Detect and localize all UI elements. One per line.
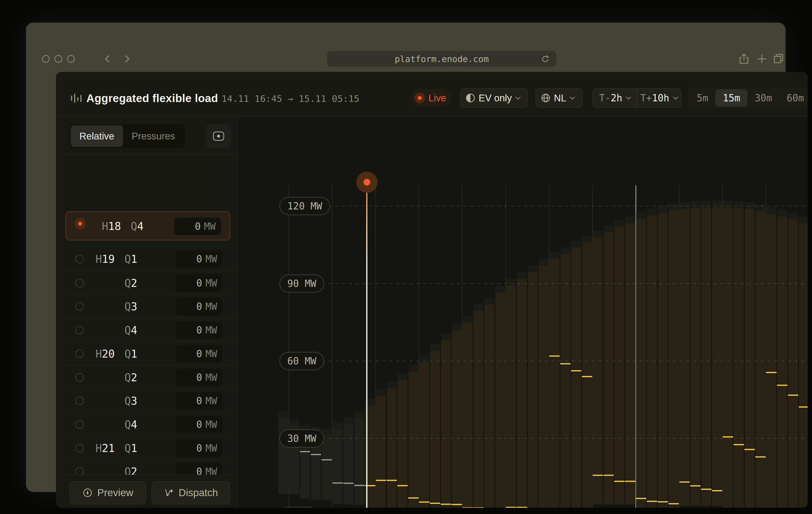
slot-row[interactable]: H21Q10MW <box>60 436 237 459</box>
traffic-light-zoom-button[interactable] <box>67 55 75 63</box>
slot-value-field[interactable]: 0MW <box>176 321 223 339</box>
horizon-future-dropdown[interactable]: T+10h <box>637 89 681 107</box>
radio-unselected-icon[interactable] <box>75 279 84 287</box>
radio-unselected-icon[interactable] <box>75 444 84 453</box>
load-bar-00:45[interactable] <box>625 223 635 504</box>
load-bar-21:00[interactable] <box>463 322 472 508</box>
radio-unselected-icon[interactable] <box>75 326 84 335</box>
radio-unselected-icon[interactable] <box>75 302 84 311</box>
load-bar-20:00[interactable] <box>419 362 429 508</box>
load-bar-21:30[interactable] <box>485 304 494 508</box>
slot-value-field[interactable]: 0MW <box>176 392 223 409</box>
slot-row[interactable]: Q20MW <box>60 365 237 389</box>
load-bar-04:15[interactable] <box>777 217 787 508</box>
interval-option-60m[interactable]: 60m <box>779 89 808 107</box>
load-bar-00:00[interactable] <box>593 237 603 504</box>
load-bar-19:15[interactable] <box>387 388 397 508</box>
back-button[interactable] <box>103 54 112 64</box>
slot-row[interactable]: H20Q10MW <box>60 341 237 365</box>
radio-unselected-icon[interactable] <box>75 373 84 382</box>
load-bar-01:00[interactable] <box>636 219 646 508</box>
forward-button[interactable] <box>122 54 132 64</box>
visibility-toggle-button[interactable] <box>206 124 231 148</box>
load-bar-00:15[interactable] <box>604 232 614 504</box>
load-bar-00:30[interactable] <box>614 227 624 504</box>
load-bar-17:45[interactable] <box>322 435 332 500</box>
dispatch-button[interactable]: Dispatch <box>151 481 230 504</box>
load-bar-20:45[interactable] <box>452 330 462 508</box>
slot-value-field[interactable]: 0MW <box>176 439 223 457</box>
region-filter-dropdown[interactable]: NL <box>535 88 583 108</box>
load-bar-22:15[interactable] <box>517 279 527 508</box>
load-bar-23:00[interactable] <box>550 259 559 508</box>
load-bar-22:00[interactable] <box>506 285 516 508</box>
load-bar-02:00[interactable] <box>679 209 690 506</box>
load-bar-19:30[interactable] <box>398 380 407 508</box>
load-bar-23:15[interactable] <box>560 254 570 508</box>
load-bar-19:00[interactable] <box>376 396 386 508</box>
load-bar-19:45[interactable] <box>408 371 418 508</box>
load-bar-18:15[interactable] <box>344 424 353 504</box>
load-bar-18:30[interactable] <box>354 419 364 505</box>
horizon-past-dropdown[interactable]: T-2h <box>593 89 637 107</box>
url-bar[interactable]: platform.enode.com <box>327 51 556 67</box>
traffic-light-close-button[interactable] <box>42 55 50 63</box>
load-bar-02:45[interactable] <box>712 207 722 506</box>
slot-row[interactable]: Q40MW <box>60 318 237 341</box>
load-bar-02:30[interactable] <box>701 207 711 506</box>
load-bar-01:30[interactable] <box>658 212 668 508</box>
slot-row-selected[interactable]: H18Q40MW <box>66 211 230 240</box>
slot-row[interactable]: Q30MW <box>60 294 237 318</box>
load-bar-04:30[interactable] <box>788 219 798 508</box>
preview-button[interactable]: Preview <box>69 481 146 504</box>
traffic-light-minimize-button[interactable] <box>55 55 62 63</box>
new-tab-button[interactable] <box>756 53 767 65</box>
load-bar-18:00[interactable] <box>333 429 343 504</box>
slot-value-field[interactable]: 0MW <box>176 369 223 386</box>
load-bar-02:15[interactable] <box>690 208 700 506</box>
interval-option-15m[interactable]: 15m <box>716 89 747 107</box>
fleet-filter-dropdown[interactable]: EV only <box>460 88 528 108</box>
load-bar-22:45[interactable] <box>539 265 549 508</box>
slot-value-field[interactable]: 0MW <box>176 416 223 433</box>
radio-unselected-icon[interactable] <box>75 467 84 475</box>
slot-row[interactable]: H19Q10MW <box>60 247 237 271</box>
load-bar-03:30[interactable] <box>745 209 755 508</box>
load-bar-23:45[interactable] <box>582 242 592 508</box>
radio-unselected-icon[interactable] <box>75 397 84 405</box>
load-bar-23:30[interactable] <box>571 247 581 508</box>
interval-option-30m[interactable]: 30m <box>747 89 779 107</box>
share-button[interactable] <box>738 53 750 65</box>
load-bar-01:15[interactable] <box>647 215 657 508</box>
slot-value-field[interactable]: 0MW <box>174 218 221 235</box>
load-bar-04:45[interactable] <box>799 223 808 508</box>
tab-overview-button[interactable] <box>773 53 784 65</box>
slot-row[interactable]: Q20MW <box>60 459 237 475</box>
slot-row[interactable]: Q40MW <box>60 412 237 436</box>
slot-value-field[interactable]: 0MW <box>176 345 223 363</box>
slot-row[interactable]: Q20MW <box>60 271 237 294</box>
load-bar-03:45[interactable] <box>756 211 765 508</box>
load-bar-03:00[interactable] <box>723 207 733 508</box>
slot-value-field[interactable]: 0MW <box>176 463 223 475</box>
radio-unselected-icon[interactable] <box>75 349 84 358</box>
slot-value-field[interactable]: 0MW <box>176 275 223 292</box>
tab-relative[interactable]: Relative <box>71 125 123 147</box>
live-badge[interactable]: Live <box>411 89 451 107</box>
load-bar-21:45[interactable] <box>495 292 505 508</box>
tab-pressures[interactable]: Pressures <box>123 125 184 147</box>
load-bar-01:45[interactable] <box>669 210 678 508</box>
slot-value-field[interactable]: 0MW <box>176 250 223 267</box>
radio-selected-icon[interactable] <box>74 218 86 229</box>
radio-unselected-icon[interactable] <box>75 420 84 429</box>
load-bar-03:15[interactable] <box>734 208 744 508</box>
load-bar-21:15[interactable] <box>473 311 484 508</box>
interval-option-5m[interactable]: 5m <box>690 89 716 107</box>
radio-unselected-icon[interactable] <box>75 255 84 263</box>
load-bar-20:30[interactable] <box>441 340 451 508</box>
load-bar-22:30[interactable] <box>528 272 538 508</box>
slot-row[interactable]: Q30MW <box>60 389 237 412</box>
reload-icon[interactable] <box>540 54 550 64</box>
load-bar-20:15[interactable] <box>430 351 440 508</box>
slot-value-field[interactable]: 0MW <box>176 298 223 315</box>
